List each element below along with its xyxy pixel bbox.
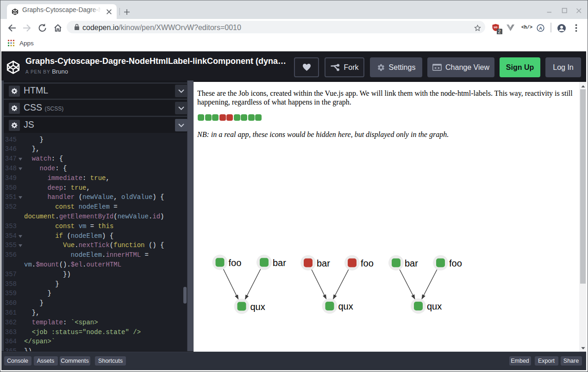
- svg-text:bar: bar: [273, 258, 286, 268]
- svg-text:foo: foo: [449, 258, 462, 268]
- svg-text:A: A: [539, 26, 542, 31]
- svg-text:foo: foo: [229, 258, 242, 268]
- svg-text:foo: foo: [361, 258, 374, 268]
- svg-text:qux: qux: [338, 301, 353, 311]
- svg-text:uo: uo: [494, 25, 498, 28]
- svg-text:bar: bar: [317, 258, 330, 268]
- svg-text:qux: qux: [427, 301, 442, 311]
- svg-text:bar: bar: [405, 258, 418, 268]
- svg-text:qux: qux: [250, 302, 265, 312]
